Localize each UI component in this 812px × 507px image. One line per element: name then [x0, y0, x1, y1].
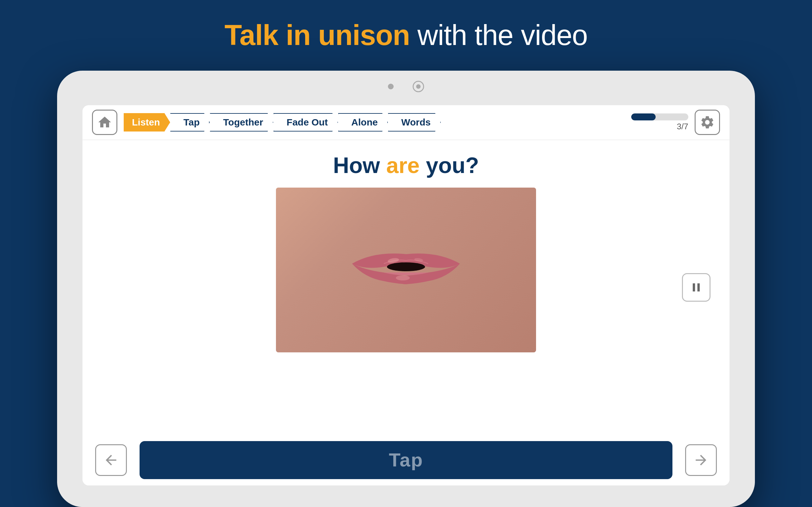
step-alone-label: Alone	[338, 113, 388, 131]
step-listen-label: Listen	[124, 113, 170, 131]
lips-illustration	[327, 222, 485, 318]
home-icon	[97, 115, 112, 130]
steps-nav: Listen Tap Together Fade Out Alone Words	[124, 113, 618, 132]
home-button[interactable]	[92, 110, 117, 135]
step-together-label: Together	[210, 113, 273, 131]
progress-bar-background	[631, 113, 688, 120]
step-tap-label: Tap	[170, 113, 210, 131]
svg-point-0	[387, 262, 425, 271]
back-button[interactable]	[95, 444, 127, 476]
step-words[interactable]: Words	[388, 113, 441, 132]
tap-button[interactable]: Tap	[140, 441, 672, 479]
step-fade-out-label: Fade Out	[273, 113, 338, 131]
tablet-top-bar	[57, 71, 755, 102]
pause-button[interactable]	[682, 273, 711, 302]
tablet-device: Listen Tap Together Fade Out Alone Words	[57, 71, 755, 507]
phrase-word1: How	[333, 153, 380, 178]
progress-bar-fill	[631, 113, 656, 120]
step-listen[interactable]: Listen	[124, 113, 170, 132]
step-together[interactable]: Together	[210, 113, 273, 132]
phrase-word3: you?	[426, 153, 479, 178]
settings-button[interactable]	[695, 110, 720, 135]
phrase-display: How are you?	[333, 153, 479, 178]
step-alone[interactable]: Alone	[338, 113, 388, 132]
navigation-bar: Listen Tap Together Fade Out Alone Words	[83, 105, 729, 140]
phrase-word2: are	[386, 153, 420, 178]
camera-icon	[413, 81, 424, 92]
content-area: How are you?	[83, 140, 729, 435]
title-rest: with the video	[410, 19, 588, 51]
step-tap[interactable]: Tap	[170, 113, 210, 132]
pause-icon	[689, 280, 703, 294]
back-arrow-icon	[103, 452, 119, 468]
settings-icon	[700, 115, 715, 130]
title-highlight: Talk in unison	[224, 19, 410, 51]
progress-text: 3/7	[677, 122, 688, 131]
bottom-bar: Tap	[83, 435, 729, 486]
lips-video-frame	[276, 187, 536, 352]
tap-button-label: Tap	[389, 449, 423, 471]
step-words-label: Words	[388, 113, 441, 131]
microphone-dot	[388, 83, 394, 89]
video-player[interactable]	[276, 187, 536, 352]
tablet-screen: Listen Tap Together Fade Out Alone Words	[83, 105, 729, 486]
forward-arrow-icon	[693, 452, 709, 468]
forward-button[interactable]	[685, 444, 717, 476]
svg-point-3	[396, 275, 410, 280]
step-fade-out[interactable]: Fade Out	[273, 113, 338, 132]
progress-area: 3/7	[631, 113, 688, 131]
page-title: Talk in unison with the video	[224, 19, 588, 52]
